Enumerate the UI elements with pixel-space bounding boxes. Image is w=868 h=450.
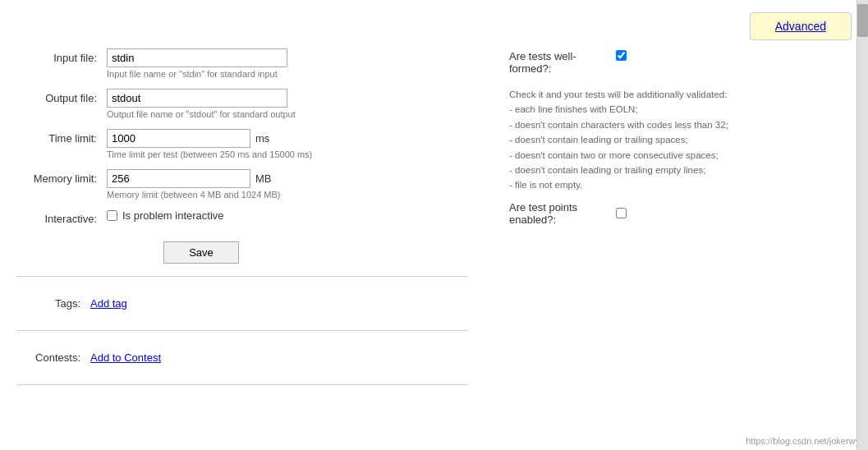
validation-line-1: - each line finishes with EOLN; — [509, 102, 852, 117]
interactive-checkbox[interactable] — [107, 210, 117, 221]
divider-after-contests — [16, 384, 468, 385]
output-file-field-group: Output file name or "stdout" for standar… — [107, 89, 468, 119]
time-limit-label: Time limit: — [16, 129, 107, 145]
interactive-checkbox-row: Is problem interactive — [107, 209, 468, 222]
validation-line-4: - doesn't contain two or more consecutiv… — [509, 148, 852, 163]
time-limit-input[interactable] — [107, 129, 250, 148]
validation-line-3: - doesn't contain leading or trailing sp… — [509, 132, 852, 147]
add-to-contest-link[interactable]: Add to Contest — [90, 351, 161, 364]
memory-limit-field-group: MB Memory limit (between 4 MB and 1024 M… — [107, 169, 468, 200]
interactive-row: Interactive: Is problem interactive — [16, 209, 468, 225]
scroll-indicator[interactable] — [857, 0, 868, 450]
interactive-checkbox-label: Is problem interactive — [122, 209, 224, 222]
validation-line-0: Check it and your tests will be addition… — [509, 87, 852, 102]
input-file-hint: Input file name or "stdin" for standard … — [107, 69, 468, 79]
memory-limit-inline: MB — [107, 169, 468, 188]
output-file-hint: Output file name or "stdout" for standar… — [107, 109, 468, 119]
advanced-button[interactable]: Advanced — [750, 12, 852, 40]
well-formed-check — [616, 48, 627, 63]
memory-limit-label: Memory limit: — [16, 169, 107, 185]
time-limit-unit: ms — [255, 132, 269, 145]
time-limit-inline: ms — [107, 129, 468, 148]
input-file-row: Input file: Input file name or "stdin" f… — [16, 48, 468, 79]
right-panel: Are tests well-formed?: Check it and you… — [493, 48, 852, 397]
interactive-label: Interactive: — [16, 209, 107, 225]
test-points-label: Are test points enabled?: — [509, 201, 616, 226]
validation-line-6: - file is not empty. — [509, 177, 852, 192]
scroll-thumb — [857, 4, 868, 37]
input-file-input[interactable] — [107, 48, 287, 67]
output-file-label: Output file: — [16, 89, 107, 104]
save-button[interactable]: Save — [163, 241, 239, 264]
time-limit-hint: Time limit per test (between 250 ms and … — [107, 149, 468, 159]
test-points-row: Are test points enabled?: — [509, 201, 852, 226]
well-formed-row: Are tests well-formed?: — [509, 48, 852, 75]
advanced-btn-area: Advanced — [16, 12, 852, 40]
contests-label: Contests: — [16, 351, 90, 364]
validation-line-2: - doesn't contain characters with codes … — [509, 117, 852, 132]
input-file-label: Input file: — [16, 48, 107, 64]
test-points-checkbox[interactable] — [616, 208, 627, 218]
save-area: Save — [16, 241, 468, 264]
tags-label: Tags: — [16, 297, 90, 310]
divider-after-tags — [16, 330, 468, 331]
output-file-input[interactable] — [107, 89, 287, 108]
left-panel: Input file: Input file name or "stdin" f… — [16, 48, 468, 397]
memory-limit-unit: MB — [255, 172, 272, 185]
divider-after-save — [16, 276, 468, 277]
time-limit-field-group: ms Time limit per test (between 250 ms a… — [107, 129, 468, 159]
input-file-field-group: Input file name or "stdin" for standard … — [107, 48, 468, 79]
output-file-row: Output file: Output file name or "stdout… — [16, 89, 468, 119]
main-content: Input file: Input file name or "stdin" f… — [16, 48, 852, 397]
interactive-field-group: Is problem interactive — [107, 209, 468, 222]
memory-limit-row: Memory limit: MB Memory limit (between 4… — [16, 169, 468, 200]
well-formed-label: Are tests well-formed?: — [509, 48, 616, 75]
add-tag-link[interactable]: Add tag — [90, 297, 127, 310]
watermark: https://blog.csdn.net/jokerwy — [746, 436, 860, 446]
contests-row: Contests: Add to Contest — [16, 343, 468, 372]
tags-row: Tags: Add tag — [16, 289, 468, 318]
memory-limit-hint: Memory limit (between 4 MB and 1024 MB) — [107, 190, 468, 200]
memory-limit-input[interactable] — [107, 169, 250, 188]
well-formed-checkbox[interactable] — [616, 50, 627, 61]
time-limit-row: Time limit: ms Time limit per test (betw… — [16, 129, 468, 159]
validation-info: Check it and your tests will be addition… — [509, 87, 852, 193]
validation-line-5: - doesn't contain leading or trailing em… — [509, 163, 852, 177]
